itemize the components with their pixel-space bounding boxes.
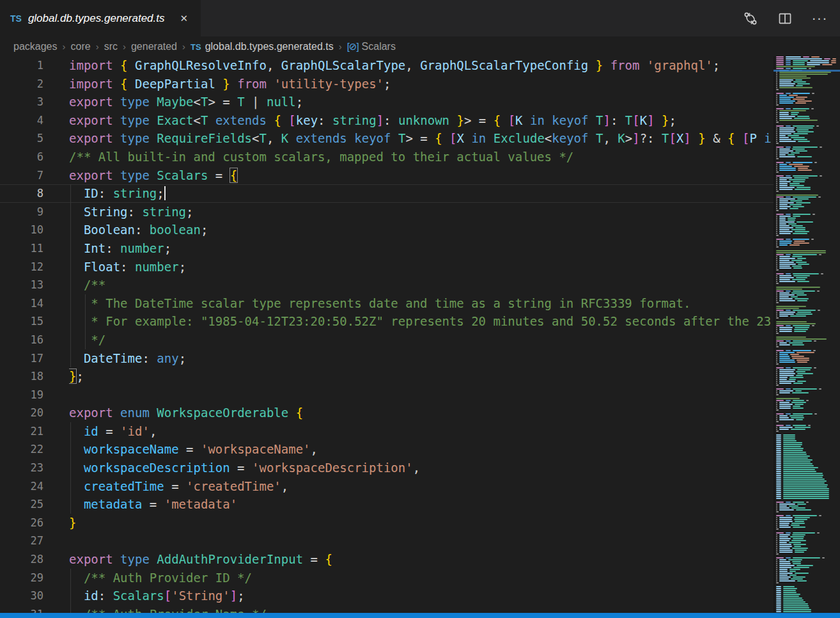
- line-number: 22: [0, 440, 43, 459]
- more-actions-icon[interactable]: ···: [812, 11, 827, 26]
- code-line[interactable]: 13 /**: [0, 276, 774, 294]
- code-line[interactable]: 19: [0, 386, 774, 404]
- close-tab-icon[interactable]: ✕: [178, 12, 191, 26]
- status-bar: [0, 613, 840, 618]
- breadcrumb-label: src: [104, 41, 118, 52]
- line-number: 9: [0, 203, 43, 221]
- line-number: 24: [0, 477, 43, 496]
- breadcrumb-item-src[interactable]: src: [103, 41, 119, 52]
- typescript-file-icon: TS: [10, 13, 22, 24]
- breadcrumb-item-scalars[interactable]: [⊘]Scalars: [346, 41, 397, 52]
- tab-bar: TS global.db.types.generated.ts ✕ ···: [0, 0, 840, 36]
- line-number: 27: [0, 532, 43, 550]
- split-editor-icon[interactable]: [777, 11, 793, 26]
- code-line[interactable]: 25 metadata = 'metadata': [0, 495, 774, 514]
- code-line[interactable]: 1import { GraphQLResolveInfo, GraphQLSca…: [0, 56, 774, 75]
- code-line[interactable]: 31 /** Auth Provider Name */: [0, 605, 774, 613]
- code-line[interactable]: 4export type Exact<T extends { [key: str…: [0, 111, 774, 130]
- tab-title: global.db.types.generated.ts: [28, 12, 165, 25]
- breadcrumb-item-packages[interactable]: packages: [12, 41, 59, 52]
- breadcrumb-item-core[interactable]: core: [70, 41, 92, 52]
- line-number: 3: [0, 93, 43, 111]
- code-line[interactable]: 11 Int: number;: [0, 239, 774, 258]
- code-line[interactable]: 20export enum WorkspaceOrderable {: [0, 404, 774, 422]
- chevron-right-icon: ›: [63, 41, 66, 52]
- line-number: 14: [0, 294, 43, 313]
- line-number: 29: [0, 569, 43, 587]
- breadcrumb-label: global.db.types.generated.ts: [205, 41, 334, 52]
- tab-global-db-types-generated[interactable]: TS global.db.types.generated.ts ✕: [0, 0, 201, 36]
- line-number: 2: [0, 75, 43, 93]
- type-symbol-icon: [⊘]: [347, 41, 359, 52]
- line-number: 16: [0, 331, 43, 349]
- code-line[interactable]: 22 workspaceName = 'workspaceName',: [0, 440, 774, 459]
- code-lines[interactable]: 1import { GraphQLResolveInfo, GraphQLSca…: [0, 56, 774, 613]
- line-number: 25: [0, 495, 43, 514]
- chevron-right-icon: ›: [123, 41, 126, 52]
- line-number: 18: [0, 367, 43, 386]
- code-line[interactable]: 6/** All built-in and custom scalars, ma…: [0, 148, 774, 166]
- open-changes-icon[interactable]: [743, 11, 758, 26]
- code-line[interactable]: 16 */: [0, 331, 774, 349]
- line-number: 17: [0, 349, 43, 368]
- line-number: 12: [0, 258, 43, 276]
- code-line[interactable]: 30 id: Scalars['String'];: [0, 587, 774, 605]
- chevron-right-icon: ›: [96, 41, 99, 52]
- minimap[interactable]: [774, 56, 840, 613]
- line-number: 1: [0, 56, 43, 75]
- code-line[interactable]: 2import { DeepPartial } from 'utility-ty…: [0, 75, 774, 93]
- breadcrumb-label: core: [71, 41, 91, 52]
- line-number: 31: [0, 605, 43, 613]
- line-number: 11: [0, 239, 43, 258]
- code-line[interactable]: 17 DateTime: any;: [0, 349, 774, 368]
- breadcrumb-label: generated: [131, 41, 177, 52]
- line-number: 26: [0, 514, 43, 532]
- line-number: 23: [0, 459, 43, 477]
- code-line[interactable]: 5export type RequireFields<T, K extends …: [0, 129, 774, 148]
- code-line[interactable]: 18};: [0, 367, 774, 386]
- code-editor[interactable]: 1import { GraphQLResolveInfo, GraphQLSca…: [0, 56, 840, 613]
- text-cursor: [164, 186, 166, 200]
- chevron-right-icon: ›: [339, 41, 342, 52]
- code-line[interactable]: 7export type Scalars = {: [0, 166, 774, 185]
- line-number: 5: [0, 129, 43, 148]
- breadcrumb-label: packages: [13, 41, 58, 52]
- breadcrumb-item-global-db-types-generated-ts[interactable]: TSglobal.db.types.generated.ts: [189, 41, 335, 52]
- line-number: 10: [0, 221, 43, 239]
- code-line[interactable]: 29 /** Auth Provider ID */: [0, 569, 774, 587]
- code-line[interactable]: 27: [0, 532, 774, 550]
- code-line[interactable]: 24 createdTime = 'createdTime',: [0, 477, 774, 496]
- code-line[interactable]: 23 workspaceDescription = 'workspaceDesc…: [0, 459, 774, 477]
- line-number: 13: [0, 276, 43, 294]
- editor-actions: ···: [743, 0, 840, 36]
- line-number: 28: [0, 550, 43, 569]
- code-line[interactable]: 9 String: string;: [0, 203, 774, 221]
- line-number: 20: [0, 404, 43, 422]
- line-number: 8: [0, 184, 43, 203]
- line-number: 4: [0, 111, 43, 130]
- code-line[interactable]: 28export type AddAuthProviderInput = {: [0, 550, 774, 569]
- code-line[interactable]: 14 * The DateTime scalar type represents…: [0, 294, 774, 313]
- code-line[interactable]: 10 Boolean: boolean;: [0, 221, 774, 239]
- line-number: 19: [0, 386, 43, 404]
- breadcrumb-label: Scalars: [362, 41, 396, 52]
- line-number: 21: [0, 422, 43, 441]
- minimap-current-line-marker: [774, 70, 840, 72]
- breadcrumb-item-generated[interactable]: generated: [130, 41, 178, 52]
- line-number: 7: [0, 166, 43, 185]
- code-line[interactable]: 3export type Maybe<T> = T | null;: [0, 93, 774, 111]
- line-number: 30: [0, 587, 43, 605]
- line-number: 6: [0, 148, 43, 166]
- code-line[interactable]: 8 ID: string;: [0, 184, 774, 203]
- chevron-right-icon: ›: [182, 41, 185, 52]
- code-line[interactable]: 15 * For example: "1985-04-12T23:20:50.5…: [0, 312, 774, 331]
- breadcrumb: packages›core›src›generated›TSglobal.db.…: [0, 36, 840, 56]
- code-line[interactable]: 12 Float: number;: [0, 258, 774, 276]
- code-line[interactable]: 21 id = 'id',: [0, 422, 774, 441]
- code-line[interactable]: 26}: [0, 514, 774, 532]
- typescript-file-icon: TS: [191, 42, 201, 52]
- line-number: 15: [0, 312, 43, 331]
